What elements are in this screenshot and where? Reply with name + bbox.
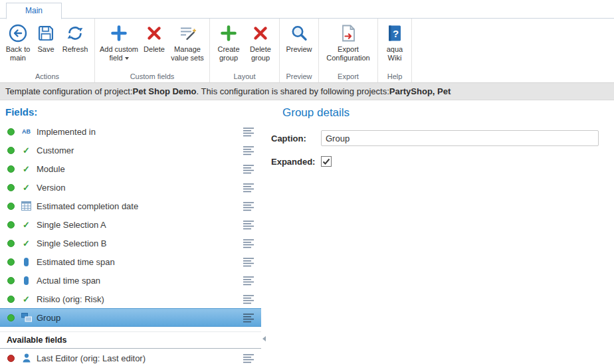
selection-field-icon: ✓ <box>20 220 33 230</box>
field-row-customer[interactable]: ✓ Customer <box>0 141 261 159</box>
menu-handle-icon[interactable] <box>241 126 256 138</box>
fields-panel-title: Fields: <box>0 100 261 122</box>
fields-panel: Fields: AB Implemented in ✓ Customer ✓ M… <box>0 100 261 363</box>
button-label: Refresh <box>62 45 88 53</box>
ribbon-group-export: Export Configuration Export <box>319 19 378 82</box>
person-field-icon <box>20 353 33 363</box>
export-icon <box>338 23 358 44</box>
ribbon-tab-bar: Main <box>0 0 614 19</box>
button-label: Back to main <box>6 45 31 62</box>
delete-field-button[interactable]: Delete <box>140 21 168 56</box>
info-middle: . This configuration is shared by follow… <box>197 86 389 96</box>
ribbon-group-preview: Preview Preview <box>280 19 319 82</box>
field-row-version[interactable]: ✓ Version <box>0 178 261 197</box>
magnifier-icon <box>289 23 309 44</box>
plus-blue-icon <box>109 23 129 44</box>
field-row-single-selection-a[interactable]: ✓ Single Selection A <box>0 215 261 234</box>
menu-handle-icon[interactable] <box>241 144 256 157</box>
button-label: Delete <box>144 45 165 53</box>
date-field-icon <box>20 201 33 211</box>
wiki-icon: ? <box>385 23 405 44</box>
field-row-module[interactable]: ✓ Module <box>0 159 261 178</box>
button-label: Preview <box>286 45 312 53</box>
plus-green-icon <box>219 23 239 44</box>
export-configuration-button[interactable]: Export Configuration <box>322 21 375 64</box>
menu-handle-icon[interactable] <box>241 293 256 306</box>
ribbon-group-label: Preview <box>282 72 316 82</box>
menu-handle-icon[interactable] <box>241 352 256 364</box>
button-label: Save <box>37 45 54 53</box>
field-row-single-selection-b[interactable]: ✓ Single Selection B <box>0 234 261 252</box>
status-dot-icon <box>7 203 15 210</box>
content-area: Fields: AB Implemented in ✓ Customer ✓ M… <box>0 100 614 363</box>
button-label: aqua Wiki <box>387 45 403 62</box>
ribbon-group-custom-fields: Add custom field Delete Manage value set… <box>95 19 210 82</box>
selection-field-icon: ✓ <box>20 238 33 248</box>
button-label: Delete group <box>250 45 271 62</box>
back-icon <box>8 23 28 44</box>
save-button[interactable]: Save <box>33 21 58 56</box>
caption-label: Caption: <box>271 134 321 143</box>
status-dot-icon <box>7 296 15 303</box>
selection-field-icon: ✓ <box>20 164 33 174</box>
delete-group-button[interactable]: Delete group <box>245 21 276 64</box>
menu-handle-icon[interactable] <box>241 219 256 231</box>
expanded-row: Expanded: <box>271 156 603 167</box>
menu-handle-icon[interactable] <box>241 274 256 287</box>
status-dot-icon <box>7 184 15 191</box>
button-label: Manage value sets <box>171 45 204 62</box>
field-row-actual-time-span[interactable]: Actual time span <box>0 271 261 290</box>
status-dot-icon <box>7 314 15 321</box>
button-label: Create group <box>217 45 239 62</box>
time-span-field-icon <box>20 276 33 285</box>
status-dot-icon <box>7 147 15 154</box>
menu-handle-icon[interactable] <box>241 181 256 194</box>
time-span-field-icon <box>20 258 33 266</box>
available-fields-header: Available fields <box>0 331 261 349</box>
manage-value-sets-button[interactable]: Manage value sets <box>168 21 207 64</box>
panel-collapse-arrow-icon[interactable] <box>262 336 266 341</box>
field-row-last-editor[interactable]: Last Editor (orig: Last editor) <box>0 349 261 364</box>
back-to-main-button[interactable]: Back to main <box>3 21 33 64</box>
create-group-button[interactable]: Create group <box>213 21 245 64</box>
status-dot-icon <box>7 128 15 136</box>
ribbon-group-label: Help <box>380 72 409 82</box>
refresh-icon <box>65 23 85 44</box>
expanded-checkbox[interactable] <box>321 156 332 167</box>
tab-main-label: Main <box>25 6 43 15</box>
menu-handle-icon[interactable] <box>241 163 256 175</box>
menu-handle-icon[interactable] <box>241 200 256 213</box>
aqua-wiki-button[interactable]: ? aqua Wiki <box>381 21 409 64</box>
info-project-name: Pet Shop Demo <box>133 86 197 96</box>
save-icon <box>36 23 56 44</box>
selection-field-icon: ✓ <box>20 145 33 155</box>
selection-field-icon: ✓ <box>20 294 33 304</box>
field-row-estimated-completion-date[interactable]: Estimated completion date <box>0 197 261 215</box>
ribbon-group-label: Layout <box>212 72 277 82</box>
refresh-button[interactable]: Refresh <box>58 21 92 56</box>
tab-main[interactable]: Main <box>6 3 62 19</box>
ribbon: Back to main Save Refresh Actions <box>0 19 614 83</box>
button-label: Add custom field <box>100 45 138 62</box>
field-row-group[interactable]: Group <box>0 308 261 327</box>
template-info-bar: Template configuration of project: Pet S… <box>0 83 614 100</box>
button-label: Export Configuration <box>326 45 369 62</box>
field-row-risiko[interactable]: ✓ Risiko (orig: Risk) <box>0 290 261 308</box>
status-dot-icon <box>7 240 15 247</box>
caption-input[interactable] <box>321 130 599 146</box>
menu-handle-icon[interactable] <box>241 312 256 324</box>
menu-handle-icon[interactable] <box>241 256 256 268</box>
status-dot-icon <box>7 355 15 362</box>
info-shared-projects: PartyShop, Pet <box>389 86 451 96</box>
menu-handle-icon[interactable] <box>241 237 256 250</box>
field-row-estimated-time-span[interactable]: Estimated time span <box>0 252 261 271</box>
preview-button[interactable]: Preview <box>282 21 316 56</box>
group-field-icon <box>20 313 33 322</box>
status-dot-icon <box>7 277 15 284</box>
group-details-title: Group details <box>282 106 603 120</box>
checkmark-icon <box>322 158 330 165</box>
text-field-icon: AB <box>20 128 33 135</box>
field-row-implemented-in[interactable]: AB Implemented in <box>0 122 261 141</box>
add-custom-field-button[interactable]: Add custom field <box>98 21 140 64</box>
ribbon-group-label: Actions <box>2 72 92 82</box>
